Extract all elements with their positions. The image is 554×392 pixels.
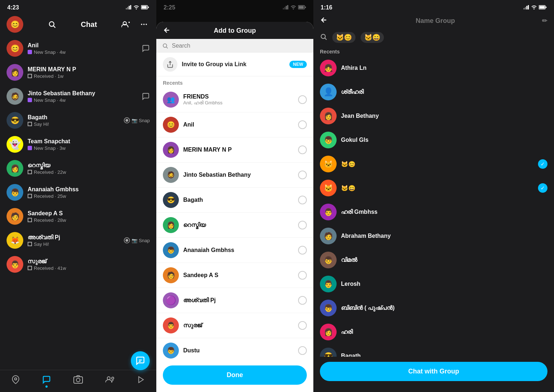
modal-item-friends[interactable]: 👥 FRIENDS Anil, ഹരി Gmbhss: [156, 87, 313, 112]
modal-item-jinto[interactable]: 🧔 Jinto Sebastian Bethany: [156, 163, 313, 188]
chat-item-sandeep[interactable]: 🧑 Sandeep A S Received · 28w: [0, 204, 156, 228]
nav-friends[interactable]: [105, 376, 115, 384]
invite-text: Invite to Group via Link: [182, 61, 285, 68]
chat-info-jinto: Jinto Sebastian Bethany New Snap · 4w: [28, 90, 137, 103]
chat-item-snapchat[interactable]: 👻 Team Snapchat New Snap · 3w: [0, 132, 156, 156]
chat-item-suraj[interactable]: 👨 സുരജ് Received · 41w: [0, 252, 156, 276]
right-avatar-bagath2: 😎: [320, 348, 337, 357]
radio-anil[interactable]: [298, 120, 307, 129]
right-item-bibin[interactable]: 👦 ബിബിൻ ( പുഷ്പൻ): [313, 296, 554, 320]
chat-name-suraj: സുരജ്: [28, 258, 150, 265]
header-icons: [120, 19, 150, 30]
chat-sub-aswathi: Say Hi!: [28, 241, 119, 247]
left-time: 4:23: [7, 4, 19, 11]
modal-item-suraj[interactable]: 👨 സുരജ്: [156, 313, 313, 338]
chat-list: 😊 Anil New Snap · 4w 👩 MERIN MARY N P Re…: [0, 36, 156, 370]
left-user-avatar[interactable]: 😊: [7, 16, 23, 33]
nav-stories[interactable]: [137, 376, 145, 384]
emoji-chip-2[interactable]: 🐱😄: [361, 32, 384, 43]
svg-rect-6: [148, 7, 149, 8]
modal-item-ananaiah[interactable]: 👦 Ananaiah Gmbhss: [156, 238, 313, 263]
right-item-sreehari[interactable]: 👤 ശ്രീഹരി: [313, 80, 554, 104]
radio-friends[interactable]: [298, 95, 307, 104]
left-status-icons: [126, 5, 149, 11]
modal-item-anil[interactable]: 😊 Anil: [156, 112, 313, 137]
snap-badge-jinto: [28, 98, 32, 102]
nav-chat[interactable]: [42, 375, 51, 384]
chat-item-jinto[interactable]: 🧔 Jinto Sebastian Bethany New Snap · 4w: [0, 84, 156, 108]
right-item-emoji1[interactable]: 🐱 🐱😊 ✓: [313, 152, 554, 176]
right-item-jean[interactable]: 👩 Jean Bethany: [313, 104, 554, 128]
radio-suraj[interactable]: [298, 321, 307, 330]
modal-avatar-bagath2: 😎: [163, 192, 179, 208]
avatar-anil: 😊: [7, 40, 23, 57]
chat-item-merin[interactable]: 👩 MERIN MARY N P Received · 1w: [0, 60, 156, 84]
radio-resmiya[interactable]: [298, 221, 307, 229]
right-battery-icon: [539, 5, 547, 11]
right-name-emoji1: 🐱😊: [341, 161, 534, 168]
chat-item-bagath[interactable]: 😎 Bagath Say Hi! 📷 Snap: [0, 108, 156, 132]
modal-avatar-ananaiah2: 👦: [163, 242, 179, 258]
svg-point-7: [49, 22, 54, 27]
modal-item-aswathi[interactable]: 🟣 അശ്വതി Pj: [156, 288, 313, 313]
chat-item-resmiya[interactable]: 👩 റെസ്മിയ Received · 22w: [0, 156, 156, 180]
chat-item-ananaiah[interactable]: 👦 Ananaiah Gmbhss Received · 25w: [0, 180, 156, 204]
radio-sandeep[interactable]: [298, 271, 307, 280]
modal-item-dustu[interactable]: 👦 Dustu: [156, 338, 313, 363]
right-item-athira[interactable]: 👧 Athira Ln: [313, 56, 554, 80]
svg-point-32: [163, 44, 167, 47]
search-input[interactable]: [172, 43, 308, 49]
svg-point-19: [15, 378, 17, 380]
right-item-abraham[interactable]: 🧑 Abraham Bethany: [313, 224, 554, 248]
svg-rect-41: [546, 7, 547, 8]
add-friend-button[interactable]: [120, 19, 132, 30]
compose-button[interactable]: [131, 351, 150, 370]
radio-aswathi[interactable]: [298, 296, 307, 305]
group-name-input[interactable]: [332, 17, 539, 25]
avatar-sandeep: 🧑: [7, 208, 23, 225]
right-item-hari2[interactable]: 👩 ഹരി: [313, 320, 554, 344]
right-item-emoji2[interactable]: 🐱 🐱😄 ✓: [313, 176, 554, 200]
chat-action-aswathi[interactable]: 📷 Snap: [124, 237, 150, 244]
modal-item-merin[interactable]: 👩 MERIN MARY N P: [156, 137, 313, 163]
right-item-hari[interactable]: 👨 ഹരി Gmbhss: [313, 200, 554, 224]
right-avatar-vimal: 👦: [320, 252, 337, 268]
radio-jinto[interactable]: [298, 171, 307, 179]
right-item-lerosh[interactable]: 👨 Lerosh: [313, 272, 554, 296]
modal-name-sandeep2: Sandeep A S: [183, 272, 294, 279]
svg-point-16: [126, 119, 128, 121]
svg-rect-20: [74, 377, 83, 383]
right-item-vimal[interactable]: 👦 വിമൽ: [313, 248, 554, 272]
modal-back-button[interactable]: [163, 26, 171, 36]
svg-point-23: [112, 377, 114, 379]
more-options-button[interactable]: [138, 19, 150, 30]
received-badge-aswathi: [28, 242, 32, 246]
done-button[interactable]: Done: [163, 365, 307, 385]
chat-sub-bagath: Say Hi!: [28, 121, 119, 127]
radio-merin[interactable]: [298, 145, 307, 154]
invite-link-row[interactable]: Invite to Group via Link NEW: [156, 53, 313, 76]
radio-ananaiah[interactable]: [298, 246, 307, 255]
nav-map[interactable]: [11, 375, 20, 384]
modal-item-sandeep[interactable]: 🧑 Sandeep A S: [156, 263, 313, 288]
radio-dustu[interactable]: [298, 346, 307, 355]
modal-item-bagath[interactable]: 😎 Bagath: [156, 188, 313, 213]
search-button[interactable]: [46, 19, 58, 30]
chat-info-anil: Anil New Snap · 4w: [28, 42, 137, 55]
chat-item-anil[interactable]: 😊 Anil New Snap · 4w: [0, 36, 156, 60]
chat-name-aswathi: അശ്വതി Pj: [28, 234, 119, 241]
emoji-chip-1[interactable]: 🐱😊: [332, 32, 356, 43]
radio-bagath[interactable]: [298, 196, 307, 204]
right-search-icon[interactable]: [320, 33, 327, 42]
right-item-gokul[interactable]: 👦 Gokul Gls: [313, 128, 554, 152]
nav-camera[interactable]: [73, 375, 83, 385]
chat-action-bagath[interactable]: 📷 Snap: [124, 117, 150, 124]
chat-item-aswathi[interactable]: 🦊 അശ്വതി Pj Say Hi! 📷 Snap: [0, 228, 156, 252]
right-item-bagath2[interactable]: 😎 Bagath: [313, 344, 554, 357]
modal-item-resmiya[interactable]: 👩 റെസ്മിയ: [156, 213, 313, 238]
right-back-button[interactable]: [320, 16, 328, 25]
avatar-bagath: 😎: [7, 112, 23, 129]
received-badge-suraj: [28, 266, 32, 270]
left-panel: 4:23 😊 Chat: [0, 0, 156, 392]
chat-with-group-button[interactable]: Chat with Group: [320, 362, 547, 381]
